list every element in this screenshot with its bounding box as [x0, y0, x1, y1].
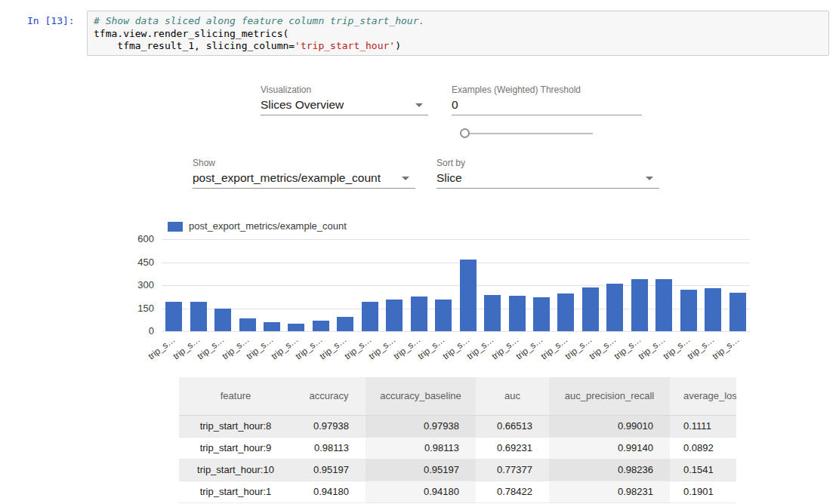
gridline	[162, 331, 750, 332]
metrics-table: featureaccuracyaccuracy_baselineaucauc_p…	[179, 377, 736, 503]
sort-by-underline	[436, 188, 659, 189]
table-cell: 0.1541	[670, 459, 736, 481]
show-label: Show	[193, 158, 215, 168]
table-cell: 0.98113	[292, 437, 366, 459]
y-tick-label: 600	[115, 233, 154, 245]
code-cell[interactable]: # Show data sliced along feature column …	[87, 11, 829, 56]
table-cell: 0.99140	[549, 437, 670, 459]
sort-by-label: Sort by	[436, 158, 465, 168]
show-metric-dropdown[interactable]: post_export_metrics/example_count	[193, 171, 381, 185]
bar[interactable]	[362, 302, 378, 331]
table-cell: trip_start_hour:1	[179, 481, 292, 502]
bar[interactable]	[606, 284, 623, 331]
table-body: trip_start_hour:80.979380.979380.665130.…	[179, 415, 736, 502]
table-cell: 0.98236	[549, 459, 670, 481]
code-line-3: tfma_result_1, slicing_column=	[94, 40, 295, 51]
bar[interactable]	[435, 300, 452, 331]
column-header-accuracy_baseline[interactable]: accuracy_baseline	[366, 377, 476, 415]
bar[interactable]	[165, 302, 182, 331]
code-string: 'trip_start_hour'	[295, 40, 395, 51]
bar[interactable]	[680, 290, 697, 331]
threshold-label: Examples (Weighted) Threshold	[452, 85, 581, 95]
bar[interactable]	[484, 295, 501, 331]
bar[interactable]	[582, 287, 599, 331]
bar[interactable]	[264, 322, 280, 331]
bar[interactable]	[655, 279, 672, 331]
table-cell: 0.94180	[366, 481, 476, 502]
bar[interactable]	[509, 296, 526, 331]
table-cell: 0.95197	[366, 459, 476, 481]
chevron-down-icon	[415, 103, 423, 107]
table-cell: 0.98231	[549, 481, 670, 502]
table-cell: 0.78422	[476, 481, 549, 502]
bar[interactable]	[729, 293, 746, 331]
y-tick-label: 450	[115, 257, 154, 269]
column-header-auc_precision_recall[interactable]: auc_precision_recall	[549, 377, 670, 415]
bar-chart-plot	[162, 239, 750, 331]
visualization-underline	[261, 115, 428, 115]
bar[interactable]	[337, 317, 353, 331]
table-cell: trip_start_hour:10	[179, 459, 292, 481]
bar[interactable]	[631, 279, 648, 331]
chevron-down-icon	[646, 177, 653, 180]
legend-label: post_export_metrics/example_count	[189, 220, 347, 232]
code-comment: # Show data sliced along feature column …	[94, 15, 424, 26]
table-cell: 0.66513	[476, 415, 549, 437]
table-row: trip_start_hour:90.981130.981130.692310.…	[179, 437, 736, 459]
table-cell: 0.95197	[292, 459, 366, 481]
column-header-accuracy[interactable]: accuracy	[292, 377, 366, 415]
chevron-down-icon	[402, 177, 409, 180]
bar[interactable]	[557, 293, 574, 331]
column-header-average_loss[interactable]: average_loss	[670, 377, 736, 415]
bar[interactable]	[214, 309, 231, 331]
table-cell: 0.98113	[366, 437, 476, 459]
legend-swatch	[168, 222, 183, 232]
table-row: trip_start_hour:10.941800.941800.784220.…	[179, 481, 736, 502]
show-underline	[193, 188, 415, 189]
table-row: trip_start_hour:80.979380.979380.665130.…	[179, 415, 736, 437]
bar[interactable]	[533, 297, 550, 331]
threshold-input[interactable]: 0	[452, 98, 458, 112]
metrics-table-container: featureaccuracyaccuracy_baselineaucauc_p…	[179, 377, 736, 504]
table-cell: 0.69231	[476, 437, 549, 459]
table-header-row: featureaccuracyaccuracy_baselineaucauc_p…	[179, 377, 736, 415]
bars-layer	[162, 239, 750, 331]
sort-by-dropdown[interactable]: Slice	[436, 171, 462, 185]
bar[interactable]	[411, 297, 427, 331]
threshold-underline	[452, 115, 642, 115]
visualization-label: Visualization	[261, 85, 311, 95]
bar[interactable]	[190, 302, 207, 331]
table-cell: 0.99010	[549, 415, 670, 437]
bar[interactable]	[288, 324, 304, 331]
y-tick-label: 300	[115, 279, 154, 291]
table-cell: 0.97938	[366, 415, 476, 437]
column-header-auc[interactable]: auc	[476, 377, 549, 415]
cell-prompt: In [13]:	[27, 15, 75, 26]
y-tick-label: 0	[115, 325, 154, 337]
table-row: trip_start_hour:100.951970.951970.773770…	[179, 459, 736, 481]
bar[interactable]	[705, 288, 721, 331]
table-cell: 0.77377	[476, 459, 549, 481]
threshold-slider-track[interactable]	[467, 133, 593, 134]
table-cell: 0.1901	[670, 481, 736, 502]
bar[interactable]	[313, 321, 329, 331]
code-text: # Show data sliced along feature column …	[94, 15, 822, 53]
column-header-feature[interactable]: feature	[179, 377, 292, 415]
threshold-slider-thumb[interactable]	[460, 128, 470, 138]
table-cell: trip_start_hour:8	[179, 415, 292, 437]
table-cell: 0.97938	[292, 415, 366, 437]
x-axis-labels: trip_s…trip_s…trip_s…trip_s…trip_s…trip_…	[162, 333, 750, 364]
visualization-dropdown[interactable]: Slices Overview	[261, 98, 344, 112]
bar[interactable]	[386, 300, 403, 331]
bar[interactable]	[239, 318, 256, 331]
y-axis-labels: 0150300450600	[115, 239, 154, 337]
code-line-2: tfma.view.render_slicing_metrics(	[94, 28, 288, 39]
table-cell: 0.1111	[670, 415, 736, 437]
table-cell: trip_start_hour:9	[179, 437, 292, 459]
table-cell: 0.94180	[292, 481, 366, 502]
code-line-3-close: )	[395, 40, 401, 51]
bar[interactable]	[460, 260, 477, 331]
table-cell: 0.0892	[670, 437, 736, 459]
y-tick-label: 150	[115, 303, 154, 315]
